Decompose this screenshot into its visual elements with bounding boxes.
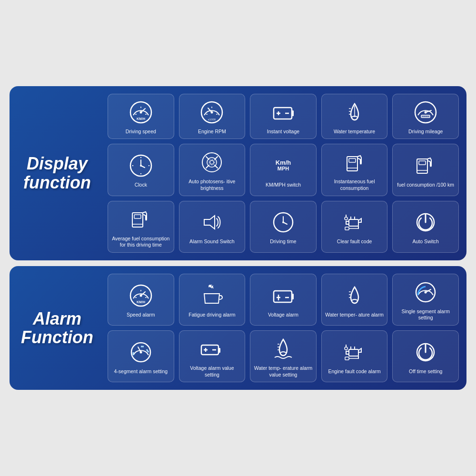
- single-segment-icon: [412, 279, 439, 306]
- display-grid: KM/H Driving speed x1000 Engine RPM Inst…: [105, 86, 466, 260]
- display-label: Displayfunction: [10, 86, 105, 260]
- clear-fault-icon: [341, 209, 368, 236]
- svg-rect-57: [345, 227, 349, 230]
- water-temp-value-icon: [270, 336, 297, 362]
- auto-switch-card[interactable]: Auto Switch: [392, 201, 459, 253]
- water-temp-value-label: Water temp- erature alarm value setting: [253, 365, 313, 378]
- voltage-alarm-label: Voltage alarm: [268, 312, 298, 318]
- water-temp-alarm-card[interactable]: Water temper- ature alarm: [321, 274, 388, 326]
- svg-text:MPH: MPH: [278, 166, 289, 171]
- water-temperature-label: Water temperature: [334, 129, 375, 135]
- clear-fault-card[interactable]: Clear fault code: [321, 201, 388, 253]
- driving-mileage-icon: 000000: [412, 99, 439, 126]
- driving-time-card[interactable]: Driving time: [250, 201, 317, 253]
- auto-switch-label: Auto Switch: [412, 238, 438, 245]
- kmh-mph-switch-card[interactable]: Km/h MPH KM/MPH switch: [250, 144, 317, 196]
- svg-marker-48: [204, 216, 215, 229]
- engine-rpm-label: Engine RPM: [198, 129, 226, 135]
- svg-point-52: [282, 221, 284, 223]
- instant-fuel-label: Instantaneous fuel consumption: [325, 178, 385, 191]
- svg-text:Km/h: Km/h: [276, 159, 291, 166]
- avg-fuel-icon: [128, 206, 154, 233]
- engine-fault-label: Engine fault code alarm: [328, 368, 380, 375]
- svg-rect-71: [292, 294, 294, 299]
- svg-point-66: [139, 294, 142, 297]
- clock-card[interactable]: Clock: [108, 144, 174, 196]
- driving-speed-card[interactable]: KM/H Driving speed: [108, 94, 174, 139]
- water-temp-value-card[interactable]: Water temp- erature alarm value setting: [250, 330, 317, 382]
- off-time-label: Off time setting: [409, 368, 442, 375]
- svg-point-101: [345, 347, 347, 350]
- svg-text:000000: 000000: [422, 115, 430, 118]
- svg-point-80: [425, 291, 427, 293]
- water-temperature-card[interactable]: Water temperature: [321, 94, 388, 139]
- speed-alarm-card[interactable]: KM/H Speed alarm: [108, 274, 174, 326]
- speed-alarm-icon: KM/H: [128, 282, 154, 309]
- off-time-icon: [412, 339, 439, 366]
- display-title: Displayfunction: [23, 154, 91, 192]
- alarm-sound-icon: [198, 209, 225, 236]
- alarm-sound-label: Alarm Sound Switch: [189, 238, 235, 245]
- svg-rect-88: [218, 348, 220, 353]
- alarm-grid: KM/H Speed alarm Fatigue driving alarm V…: [105, 266, 466, 390]
- svg-point-9: [211, 111, 213, 113]
- engine-fault-card[interactable]: Engine fault code alarm: [321, 330, 388, 382]
- voltage-alarm-card[interactable]: Voltage alarm: [250, 274, 317, 326]
- voltage-value-label: Voltage alarm value setting: [182, 365, 242, 378]
- driving-mileage-card[interactable]: 000000 Driving mileage: [392, 94, 459, 139]
- svg-rect-95: [349, 349, 358, 356]
- clock-icon: [128, 152, 154, 179]
- svg-rect-53: [349, 219, 358, 226]
- avg-fuel-label: Average fuel consumption for this drivin…: [111, 236, 171, 248]
- fatigue-alarm-card[interactable]: Fatigue driving alarm: [179, 274, 246, 326]
- fatigue-alarm-icon: [198, 282, 225, 309]
- svg-rect-40: [349, 159, 356, 162]
- svg-rect-15: [292, 110, 294, 116]
- avg-fuel-card[interactable]: Average fuel consumption for this drivin…: [108, 201, 174, 253]
- fuel-100km-card[interactable]: fuel consumption /100 km: [392, 144, 459, 196]
- driving-mileage-label: Driving mileage: [408, 129, 443, 135]
- svg-rect-99: [345, 357, 349, 360]
- single-segment-label: Single segment alarm setting: [396, 308, 456, 321]
- svg-point-33: [202, 153, 221, 172]
- clock-label: Clock: [135, 182, 147, 188]
- water-temp-alarm-icon: [341, 282, 368, 309]
- fuel-100km-icon: [412, 152, 439, 179]
- driving-time-icon: [270, 209, 297, 236]
- svg-point-35: [210, 160, 214, 164]
- svg-rect-46: [134, 215, 141, 218]
- water-temp-alarm-label: Water temper- ature alarm: [325, 312, 384, 318]
- svg-rect-43: [419, 161, 426, 165]
- voltage-alarm-icon: [270, 282, 297, 309]
- auto-brightness-card[interactable]: Auto photosens- itive brightness: [179, 144, 246, 196]
- single-segment-card[interactable]: Single segment alarm setting: [392, 274, 459, 326]
- driving-speed-icon: KM/H: [128, 99, 154, 126]
- auto-brightness-icon: [198, 149, 225, 176]
- speed-alarm-label: Speed alarm: [127, 312, 155, 318]
- svg-point-3: [139, 111, 142, 113]
- instant-voltage-icon: [270, 99, 297, 126]
- svg-text:x1000: x1000: [208, 118, 216, 121]
- voltage-value-icon: [198, 336, 225, 362]
- off-time-card[interactable]: Off time setting: [392, 330, 459, 382]
- display-section: Displayfunction KM/H Driving speed x1000…: [10, 86, 466, 260]
- instant-voltage-label: Instant voltage: [267, 129, 299, 135]
- alarm-label: AlarmFunction: [10, 266, 105, 390]
- four-segment-card[interactable]: 4-segment alarm setting: [108, 330, 174, 382]
- water-temperature-icon: [341, 99, 368, 126]
- auto-brightness-label: Auto photosens- itive brightness: [182, 178, 242, 191]
- svg-point-83: [139, 351, 142, 353]
- svg-point-59: [345, 217, 347, 220]
- alarm-section: AlarmFunction KM/H Speed alarm Fatigue d…: [10, 266, 466, 390]
- instant-fuel-card[interactable]: Instantaneous fuel consumption: [321, 144, 388, 196]
- kmh-mph-switch-label: KM/MPH switch: [266, 182, 301, 188]
- instant-voltage-card[interactable]: Instant voltage: [250, 94, 317, 139]
- clear-fault-label: Clear fault code: [337, 238, 372, 245]
- engine-rpm-card[interactable]: x1000 Engine RPM: [179, 94, 246, 139]
- driving-time-label: Driving time: [270, 238, 296, 245]
- svg-rect-14: [274, 108, 292, 119]
- driving-speed-label: Driving speed: [126, 129, 156, 135]
- voltage-value-card[interactable]: Voltage alarm value setting: [179, 330, 246, 382]
- alarm-sound-card[interactable]: Alarm Sound Switch: [179, 201, 246, 253]
- four-segment-icon: [128, 339, 154, 366]
